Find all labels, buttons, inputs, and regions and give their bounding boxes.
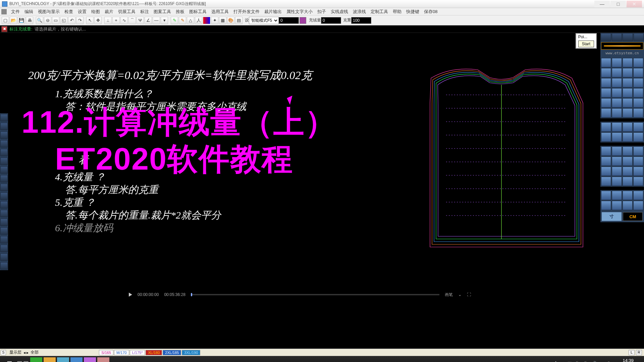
- rtool-icon[interactable]: [601, 98, 611, 108]
- menu-item[interactable]: 切展工具: [116, 9, 138, 15]
- rtool-icon[interactable]: [623, 177, 633, 186]
- ltool-icon[interactable]: [0, 245, 8, 252]
- rtool-icon[interactable]: [612, 98, 622, 108]
- taskbar-app-icon[interactable]: [30, 357, 42, 362]
- ltool-icon[interactable]: [0, 236, 8, 243]
- rtool-icon[interactable]: [623, 68, 633, 77]
- measure-icon[interactable]: △: [187, 17, 194, 24]
- rtab[interactable]: [601, 33, 611, 41]
- fill-input[interactable]: [321, 17, 341, 24]
- l-button[interactable]: L: [629, 350, 635, 355]
- rtool-icon[interactable]: [612, 88, 622, 98]
- rtool-icon[interactable]: [633, 98, 643, 108]
- ltool-icon[interactable]: [0, 184, 8, 191]
- pen-icon[interactable]: ✎: [171, 17, 178, 24]
- menu-item[interactable]: 波浪线: [351, 9, 368, 15]
- taskbar-app-icon[interactable]: [70, 357, 83, 362]
- ltool-icon[interactable]: [0, 219, 8, 226]
- rtool-icon[interactable]: [612, 122, 622, 132]
- unit-cm-button[interactable]: CM: [623, 212, 643, 221]
- clock[interactable]: 14:39 2022/9/21: [614, 358, 634, 362]
- rtool-icon[interactable]: [623, 108, 633, 118]
- taskbar-app-icon[interactable]: [44, 357, 56, 362]
- rtool-icon[interactable]: [601, 108, 611, 118]
- size-button[interactable]: L/175*: [130, 350, 145, 355]
- rtool-icon[interactable]: [623, 191, 633, 200]
- rtool-icon[interactable]: [633, 157, 643, 166]
- menu-item[interactable]: 快捷键: [404, 9, 422, 15]
- rtool-icon[interactable]: [633, 88, 643, 98]
- rtool-icon[interactable]: [601, 191, 611, 200]
- size-button[interactable]: M/170: [114, 350, 129, 355]
- rtool-icon[interactable]: [623, 88, 633, 98]
- menu-item[interactable]: 帮助: [390, 9, 404, 15]
- rtool-icon[interactable]: [633, 146, 643, 156]
- star-icon[interactable]: ✦: [211, 17, 218, 24]
- rtool-icon[interactable]: [633, 108, 643, 118]
- rtool-icon[interactable]: [612, 167, 622, 176]
- menu-item[interactable]: 定制工具: [368, 9, 390, 15]
- ltool-icon[interactable]: [0, 253, 8, 261]
- down-icon[interactable]: ▾: [161, 17, 168, 24]
- rtool-icon[interactable]: [612, 108, 622, 118]
- ltool-icon[interactable]: [0, 140, 8, 147]
- size-button[interactable]: XL/180: [146, 350, 162, 355]
- player-progress[interactable]: [191, 294, 439, 295]
- rtool-icon[interactable]: [601, 177, 611, 186]
- menu-item[interactable]: 绘图: [89, 9, 102, 15]
- ltool-icon[interactable]: [0, 201, 8, 208]
- rtool-icon[interactable]: [623, 98, 633, 108]
- rtool-icon[interactable]: [623, 201, 633, 210]
- zoom-in-icon[interactable]: 🔍: [36, 17, 43, 24]
- menu-item[interactable]: 扣子: [315, 9, 328, 15]
- rtab[interactable]: [623, 33, 633, 41]
- color-icon[interactable]: [203, 17, 210, 24]
- save-icon[interactable]: 💾: [18, 17, 25, 24]
- size-button[interactable]: 2XL/185: [163, 350, 181, 355]
- taskbar-app-icon[interactable]: [97, 357, 109, 362]
- menu-item[interactable]: 图案工具: [151, 9, 173, 15]
- mode-select[interactable]: 智能模式F5: [249, 17, 279, 24]
- arrow-icon[interactable]: ↖: [86, 17, 94, 24]
- taskbar-app-icon[interactable]: [84, 357, 96, 362]
- menu-item[interactable]: 检查: [62, 9, 75, 15]
- menu-item[interactable]: 选用工具: [209, 9, 231, 15]
- close-button[interactable]: ✕: [627, 1, 642, 7]
- canvas[interactable]: 200克/平方米换算=0.02克/平方厘米=软件里就写成0.02克 1.充绒系数…: [8, 33, 600, 349]
- rtool-icon[interactable]: [601, 132, 611, 142]
- rtool-icon[interactable]: [633, 58, 643, 67]
- line-icon[interactable]: —: [153, 17, 160, 24]
- rtool-icon[interactable]: [623, 58, 633, 67]
- ime-icon[interactable]: ㊥: [607, 361, 611, 362]
- minimize-button[interactable]: —: [594, 1, 610, 7]
- rtool-icon[interactable]: [601, 58, 611, 67]
- rtool-icon[interactable]: [633, 68, 643, 77]
- chevron-down-icon[interactable]: ⌄: [458, 292, 462, 297]
- rtool-icon[interactable]: [612, 146, 622, 156]
- record-icon[interactable]: ✖: [1, 26, 7, 32]
- new-icon[interactable]: ▢: [2, 17, 9, 24]
- zoom-out-icon[interactable]: ⊖: [44, 17, 51, 24]
- rtool-icon[interactable]: [601, 167, 611, 176]
- select-icon[interactable]: ✥: [94, 17, 102, 24]
- rtool-icon[interactable]: [601, 157, 611, 166]
- angle-icon[interactable]: ∠: [145, 17, 152, 24]
- rtool-icon[interactable]: [612, 201, 622, 210]
- menu-item[interactable]: 标注: [138, 9, 151, 15]
- menu-item[interactable]: 推板: [173, 9, 187, 15]
- rtool-icon[interactable]: [633, 177, 643, 186]
- rtab[interactable]: [612, 33, 622, 41]
- ltool-icon[interactable]: [0, 149, 8, 156]
- zoom-window-icon[interactable]: ◱: [60, 17, 67, 24]
- rtool-icon[interactable]: [601, 88, 611, 98]
- rtool-icon[interactable]: [623, 146, 633, 156]
- menu-item[interactable]: 编辑: [22, 9, 36, 15]
- menu-item[interactable]: 设置: [75, 9, 89, 15]
- rtool-icon[interactable]: [633, 78, 643, 87]
- rtab[interactable]: [634, 33, 644, 41]
- rtool-icon[interactable]: [623, 122, 633, 132]
- taskbar-app-icon[interactable]: [57, 357, 69, 362]
- open-icon[interactable]: 📂: [10, 17, 17, 24]
- fullscreen-icon[interactable]: ⛶: [467, 292, 471, 297]
- rtool-icon[interactable]: [623, 157, 633, 166]
